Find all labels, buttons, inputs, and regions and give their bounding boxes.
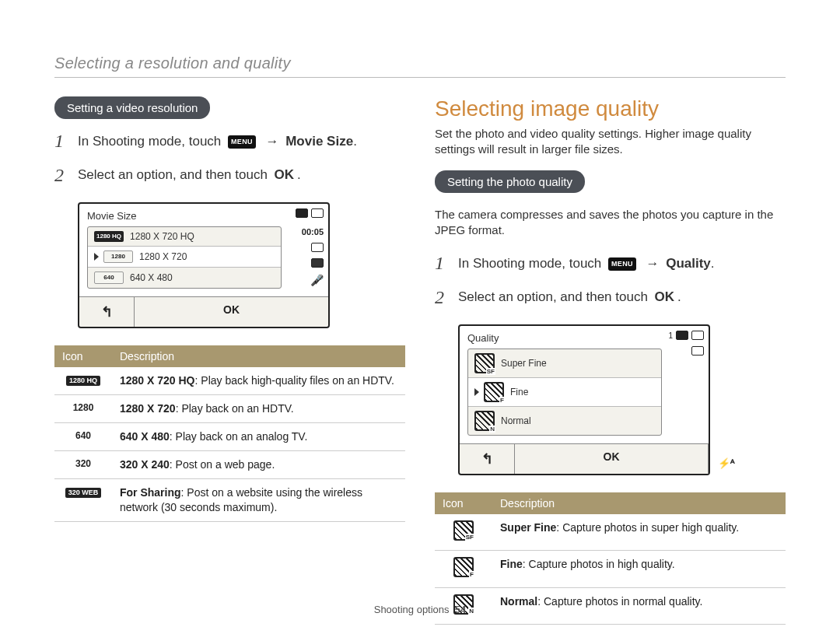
page-number: 54	[455, 604, 466, 615]
option-fine[interactable]: Fine	[468, 377, 661, 406]
table-row: Super Fine: Capture photos in super high…	[435, 514, 786, 551]
battery-icon	[691, 331, 704, 340]
badge-n-icon	[474, 411, 495, 431]
tag-640-icon: 640	[94, 271, 124, 284]
pointer-icon	[94, 253, 99, 261]
ok-button[interactable]: OK	[515, 444, 709, 474]
pointer-icon	[474, 388, 479, 396]
card-icon	[676, 331, 688, 340]
th-description: Description	[112, 345, 405, 367]
quality-screen: Quality Super Fine Fine	[458, 324, 710, 475]
tag-1280hq-icon: 1280 HQ	[94, 231, 124, 242]
menu-icon: MENU	[608, 257, 636, 271]
option-list: Super Fine Fine Normal	[467, 349, 662, 436]
right-step-2: 2 Select an option, and then touch OK.	[435, 285, 786, 311]
cell-320web-icon: 320 WEB	[65, 488, 102, 498]
ok-icon: OK	[655, 289, 675, 304]
table-row: 1280 HQ 1280 X 720 HQ: Play back high-qu…	[54, 367, 405, 394]
section-title: Selecting image quality	[435, 96, 786, 121]
tag-1280-icon: 1280	[103, 250, 133, 263]
option-normal[interactable]: Normal	[468, 406, 661, 435]
pill-photo-quality: Setting the photo quality	[435, 170, 585, 193]
battery-icon	[311, 208, 324, 218]
quality-side-icon	[691, 346, 704, 356]
table-row: Fine: Capture photos in high quality.	[435, 551, 786, 587]
option-superfine[interactable]: Super Fine	[468, 349, 661, 377]
mic-off-icon: 🎤̸	[310, 274, 324, 286]
badge-sf-icon	[474, 353, 495, 373]
timer: 00:05	[302, 227, 324, 236]
option-1280[interactable]: 1280 1280 X 720	[88, 246, 281, 267]
option-1280hq[interactable]: 1280 HQ 1280 X 720 HQ	[88, 227, 281, 246]
cell-1280hq-icon: 1280 HQ	[66, 376, 100, 386]
table-row: 320 WEB For Sharing: Post on a website u…	[54, 478, 405, 521]
right-column: Selecting image quality Set the photo an…	[435, 96, 786, 625]
badge-f-icon	[453, 557, 474, 577]
fps-icon	[311, 258, 324, 268]
count: 1	[668, 331, 673, 340]
pill-video-resolution: Setting a video resolution	[54, 96, 210, 119]
right-step-1: 1 In Shooting mode, touch MENU → Quality…	[435, 250, 786, 277]
section-intro: Set the photo and video quality settings…	[435, 126, 786, 158]
table-row: 1280 1280 X 720: Play back on an HDTV.	[54, 395, 405, 423]
back-button[interactable]: ↰	[460, 444, 515, 474]
screen-title: Movie Size	[87, 210, 282, 222]
back-button[interactable]: ↰	[79, 297, 135, 327]
arrow-icon: →	[646, 256, 659, 271]
th-description: Description	[492, 492, 786, 514]
ok-icon: OK	[275, 167, 295, 182]
left-column: Setting a video resolution 1 In Shooting…	[54, 96, 405, 625]
cell-320-icon: 320	[75, 458, 91, 469]
left-step-1: 1 In Shooting mode, touch MENU → Movie S…	[54, 128, 405, 155]
cell-640-icon: 640	[75, 430, 91, 441]
option-640[interactable]: 640 640 X 480	[88, 267, 281, 288]
option-list: 1280 HQ 1280 X 720 HQ 1280 1280 X 720 64…	[87, 226, 282, 289]
ok-button[interactable]: OK	[135, 297, 328, 327]
video-resolution-table: Icon Description 1280 HQ 1280 X 720 HQ: …	[54, 345, 405, 521]
sub-intro: The camera compresses and saves the phot…	[435, 207, 786, 239]
table-row: 320 320 X 240: Post on a web page.	[54, 450, 405, 478]
flash-auto-icon: ⚡ᴬ	[718, 457, 735, 469]
page-footer: Shooting options 54	[0, 604, 840, 615]
breadcrumb: Selecting a resolution and quality	[54, 54, 786, 78]
th-icon: Icon	[435, 492, 492, 514]
screen-title: Quality	[467, 332, 662, 344]
menu-icon: MENU	[228, 135, 256, 149]
card-icon	[296, 208, 308, 218]
badge-f-icon	[484, 382, 504, 402]
arrow-icon: →	[265, 134, 278, 149]
badge-sf-icon	[453, 520, 474, 541]
movie-size-screen: Movie Size 1280 HQ 1280 X 720 HQ 1280 12…	[78, 202, 330, 328]
th-icon: Icon	[54, 345, 112, 367]
left-step-2: 2 Select an option, and then touch OK.	[54, 163, 405, 189]
cell-1280-icon: 1280	[73, 402, 94, 413]
res-icon	[311, 243, 324, 252]
table-row: 640 640 X 480: Play back on an analog TV…	[54, 422, 405, 450]
